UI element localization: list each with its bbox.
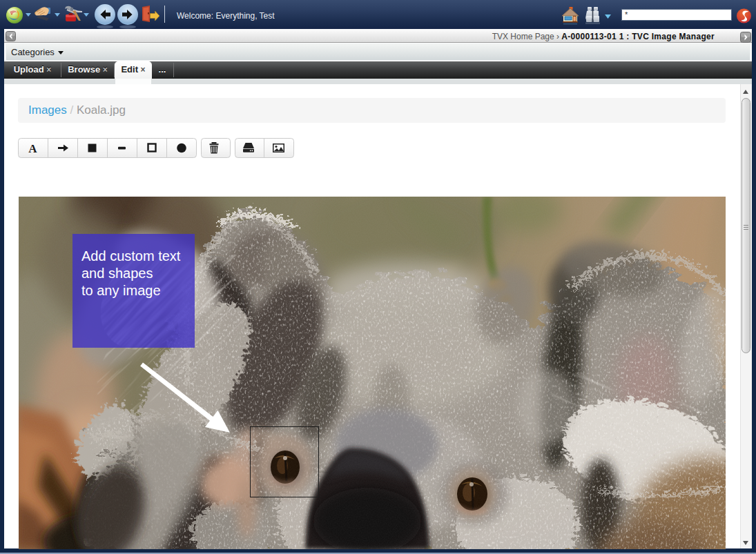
svg-text:A: A: [28, 142, 37, 155]
